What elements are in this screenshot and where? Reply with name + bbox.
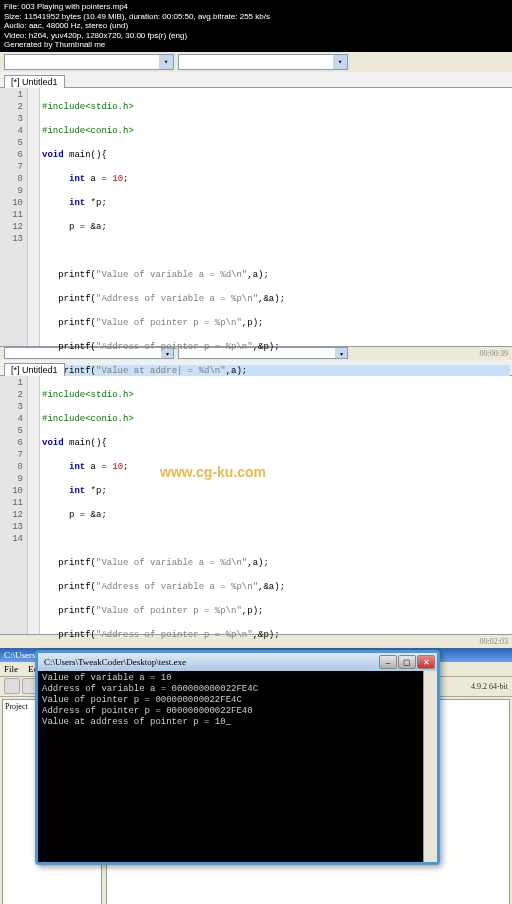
maximize-button[interactable]: ▢ <box>398 655 416 669</box>
console-window[interactable]: C:\Users\TweakCoder\Desktop\test.exe – ▢… <box>35 650 440 865</box>
console-titlebar[interactable]: C:\Users\TweakCoder\Desktop\test.exe – ▢… <box>38 653 437 671</box>
member-dropdown[interactable]: ▾ <box>178 54 348 70</box>
editor2-tab[interactable]: [*] Untitled1 <box>4 363 65 376</box>
dropdown-bar: ▾ ▾ <box>0 52 512 72</box>
video-file: File: 003 Playing with pointers.mp4 <box>4 2 508 12</box>
editor2-code[interactable]: #include<stdio.h> #include<conio.h> void… <box>40 376 512 634</box>
window-buttons: – ▢ ✕ <box>379 655 435 669</box>
fold-column <box>28 376 40 634</box>
video-generated: Generated by Thumbnail me <box>4 40 508 50</box>
new-file-icon[interactable] <box>4 678 20 694</box>
editor2[interactable]: www.cg-ku.com 1 2 3 4 5 6 7 8 9 10 11 12… <box>0 376 512 634</box>
fold-column <box>28 88 40 346</box>
scope-dropdown[interactable]: ▾ <box>4 54 174 70</box>
editor1[interactable]: 1 2 3 4 5 6 7 8 9 10 11 12 13 #include<s… <box>0 88 512 346</box>
editor2-gutter: 1 2 3 4 5 6 7 8 9 10 11 12 13 14 <box>0 376 28 634</box>
close-button[interactable]: ✕ <box>417 655 435 669</box>
editor1-tab-bar: [*] Untitled1 <box>0 72 512 88</box>
menu-file[interactable]: File <box>4 664 18 674</box>
editor1-code[interactable]: #include<stdio.h> #include<conio.h> void… <box>40 88 512 346</box>
chevron-down-icon: ▾ <box>333 55 347 69</box>
minimize-button[interactable]: – <box>379 655 397 669</box>
console-title-text: C:\Users\TweakCoder\Desktop\test.exe <box>40 657 186 667</box>
chevron-down-icon: ▾ <box>159 55 173 69</box>
video-codec: Video: h264, yuv420p, 1280x720, 30.00 fp… <box>4 31 508 41</box>
video-info-overlay: File: 003 Playing with pointers.mp4 Size… <box>0 0 512 52</box>
editor1-gutter: 1 2 3 4 5 6 7 8 9 10 11 12 13 <box>0 88 28 346</box>
scrollbar[interactable] <box>423 671 437 862</box>
compiler-label: 4.9.2 64-bit <box>471 682 508 691</box>
editor1-tab[interactable]: [*] Untitled1 <box>4 75 65 88</box>
video-size: Size: 11541952 bytes (10.49 MiB), durati… <box>4 12 508 22</box>
cursor-icon: _ <box>226 717 231 727</box>
video-audio: Audio: aac, 48000 Hz, stereo (und) <box>4 21 508 31</box>
console-output[interactable]: Value of variable a = 10 Address of vari… <box>38 671 437 862</box>
